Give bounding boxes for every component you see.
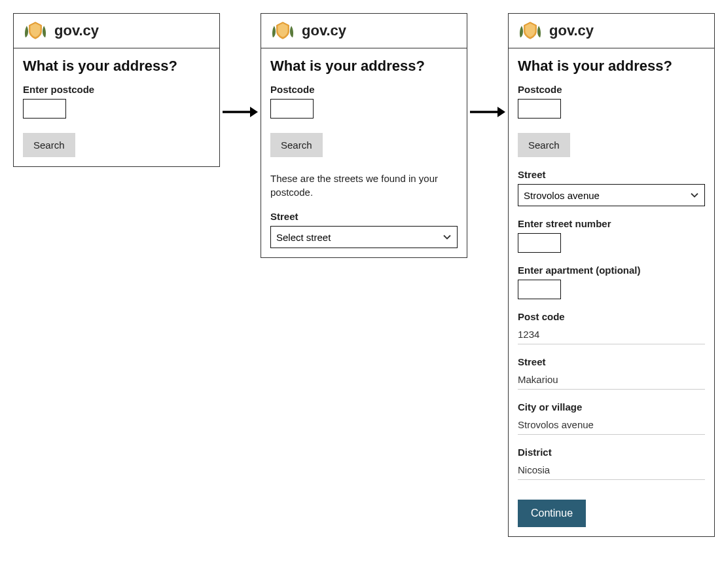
street-display-value: Makariou [518, 374, 705, 390]
street-display-label: Street [518, 356, 705, 367]
brand-text: gov.cy [302, 22, 346, 39]
district-label: District [518, 447, 705, 458]
postcode-label: Postcode [518, 84, 705, 95]
page-title: What is your address? [270, 58, 458, 75]
street-select[interactable]: Select street [270, 226, 458, 248]
panel-body: What is your address? Postcode Search Th… [261, 48, 467, 257]
district-value: Nicosia [518, 464, 705, 480]
search-result-info: These are the streets we found in your p… [270, 172, 458, 199]
step3-panel: gov.cy What is your address? Postcode Se… [508, 13, 715, 537]
city-label: City or village [518, 401, 705, 413]
postcode-display-value: 1234 [518, 329, 705, 344]
step1-panel: gov.cy What is your address? Enter postc… [13, 13, 220, 167]
page-title: What is your address? [23, 58, 210, 75]
panel-header: gov.cy [509, 14, 714, 48]
street-number-label: Enter street number [518, 218, 705, 229]
panel-header: gov.cy [14, 14, 219, 48]
street-label: Street [518, 169, 705, 180]
apartment-input[interactable] [518, 280, 561, 299]
search-button[interactable]: Search [270, 133, 323, 157]
page-title: What is your address? [518, 58, 705, 75]
panel-body: What is your address? Enter postcode Sea… [14, 48, 219, 166]
panel-body: What is your address? Postcode Search St… [509, 48, 714, 536]
govcy-logo-icon [23, 20, 48, 41]
arrow-icon [467, 13, 508, 119]
panel-header: gov.cy [261, 14, 467, 48]
search-button[interactable]: Search [518, 133, 570, 157]
postcode-input[interactable] [270, 99, 314, 119]
postcode-label: Enter postcode [23, 84, 210, 95]
govcy-logo-icon [518, 20, 543, 41]
search-button[interactable]: Search [23, 133, 75, 157]
apartment-label: Enter apartment (optional) [518, 265, 705, 276]
brand-text: gov.cy [54, 22, 99, 39]
street-number-input[interactable] [518, 233, 561, 253]
street-label: Street [270, 211, 458, 222]
govcy-logo-icon [270, 20, 295, 41]
postcode-input[interactable] [518, 99, 561, 119]
postcode-display-label: Post code [518, 311, 705, 322]
postcode-label: Postcode [270, 84, 458, 95]
arrow-icon [220, 13, 261, 119]
street-select[interactable]: Strovolos avenue [518, 184, 705, 206]
city-value: Strovolos avenue [518, 419, 705, 435]
brand-text: gov.cy [549, 22, 594, 39]
address-flow-diagram: gov.cy What is your address? Enter postc… [13, 13, 709, 537]
continue-button[interactable]: Continue [518, 500, 586, 527]
step2-panel: gov.cy What is your address? Postcode Se… [261, 13, 467, 258]
postcode-input[interactable] [23, 99, 66, 119]
